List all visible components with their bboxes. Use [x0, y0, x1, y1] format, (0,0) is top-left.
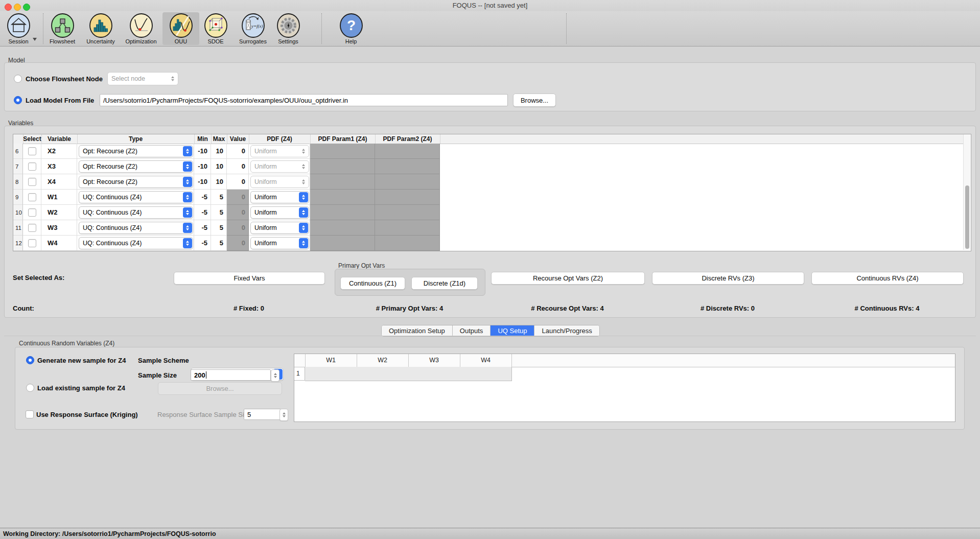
select-node-dropdown[interactable]: Select node — [107, 72, 178, 85]
chevron-up-down-icon — [168, 73, 177, 84]
table-vertical-scrollbar[interactable] — [963, 134, 970, 250]
tab-outputs[interactable]: Outputs — [453, 325, 491, 336]
surrogates-icon: y=f(x) — [241, 13, 265, 38]
type-dropdown[interactable]: Opt: Recourse (Z2) — [79, 145, 193, 157]
type-dropdown-value: UQ: Continuous (Z4) — [83, 224, 142, 231]
sample-cell-w1[interactable] — [305, 367, 357, 381]
toolbar-session-label: Session — [0, 38, 37, 44]
row-select-checkbox[interactable] — [28, 147, 36, 155]
row-select-checkbox[interactable] — [28, 162, 36, 171]
row-select-checkbox[interactable] — [28, 239, 36, 247]
rs-sample-size-input[interactable]: 5 — [244, 409, 285, 420]
z4-group-label: Continuous Random Variables (Z4) — [19, 340, 114, 347]
select-cell — [23, 205, 41, 220]
sample-header-w2: W2 — [357, 354, 409, 367]
min-cell[interactable]: -5 — [194, 205, 211, 220]
toolbar-ouu-label: OUU — [162, 38, 199, 44]
toolbar-session-button[interactable]: Session — [0, 12, 37, 45]
value-cell[interactable]: 0 — [227, 159, 249, 174]
row-select-checkbox[interactable] — [28, 208, 36, 217]
sample-cell-w2[interactable] — [357, 367, 409, 381]
chevron-up-down-icon — [183, 177, 192, 187]
discrete-z1d-button[interactable]: Discrete (Z1d) — [411, 277, 478, 290]
toolbar-ouu-button[interactable]: OUU — [162, 12, 199, 45]
min-cell[interactable]: -10 — [194, 144, 211, 159]
max-cell[interactable]: 5 — [211, 236, 227, 251]
header-type: Type — [77, 134, 195, 144]
choose-flowsheet-node-radio[interactable] — [14, 75, 22, 83]
continuous-z1-button[interactable]: Continuous (Z1) — [340, 277, 405, 290]
row-select-checkbox[interactable] — [28, 193, 36, 201]
pdf-dropdown-value: Uniform — [254, 240, 277, 247]
value-cell[interactable]: 0 — [227, 174, 249, 190]
value-cell[interactable]: 0 — [227, 144, 249, 159]
chevron-up-down-icon — [183, 146, 192, 156]
toolbar-separator — [566, 13, 567, 44]
pdf-cell: Uniform — [249, 144, 310, 159]
toolbar-optimization-button[interactable]: Optimization — [123, 12, 159, 45]
max-cell[interactable]: 10 — [211, 159, 227, 174]
model-browse-button[interactable]: Browse... — [513, 93, 556, 107]
continuous-rvs-z4-button[interactable]: Continuous RVs (Z4) — [811, 272, 964, 285]
type-dropdown[interactable]: Opt: Recourse (Z2) — [79, 176, 193, 188]
max-cell[interactable]: 10 — [211, 144, 227, 159]
max-cell[interactable]: 5 — [211, 220, 227, 236]
sample-row-number: 1 — [294, 367, 305, 381]
use-response-surface-checkbox[interactable] — [26, 410, 34, 418]
max-cell[interactable]: 10 — [211, 174, 227, 190]
toolbar-flowsheet-button[interactable]: Flowsheet — [44, 12, 81, 45]
z4-browse-button[interactable]: Browse... — [158, 382, 282, 395]
type-cell: Opt: Recourse (Z2) — [77, 159, 194, 174]
min-cell[interactable]: -5 — [194, 220, 211, 236]
pdf-dropdown[interactable]: Uniform — [250, 222, 309, 234]
pdf-param1-cell — [310, 205, 375, 220]
min-cell[interactable]: -10 — [194, 159, 211, 174]
pdf-dropdown[interactable]: Uniform — [250, 206, 309, 219]
row-select-checkbox[interactable] — [28, 224, 36, 232]
min-cell[interactable]: -5 — [194, 190, 211, 205]
recourse-opt-vars-z2-button[interactable]: Recourse Opt Vars (Z2) — [491, 272, 645, 285]
type-dropdown[interactable]: Opt: Recourse (Z2) — [79, 160, 193, 173]
toolbar-surrogates-button[interactable]: y=f(x) Surrogates — [235, 12, 271, 45]
sample-cell-w4[interactable] — [460, 367, 512, 381]
type-dropdown[interactable]: UQ: Continuous (Z4) — [79, 206, 193, 219]
type-dropdown[interactable]: UQ: Continuous (Z4) — [79, 222, 193, 234]
load-existing-sample-radio[interactable] — [26, 384, 34, 392]
table-row: 9 W1 UQ: Continuous (Z4) -5 5 0 Uniform — [13, 190, 963, 205]
pdf-param2-cell — [375, 220, 440, 236]
discrete-rvs-z3-button[interactable]: Discrete RVs (Z3) — [652, 272, 804, 285]
type-dropdown[interactable]: UQ: Continuous (Z4) — [79, 237, 193, 249]
toolbar-sdoe-button[interactable]: SDOE — [197, 12, 234, 45]
min-cell[interactable]: -5 — [194, 236, 211, 251]
min-cell[interactable]: -10 — [194, 174, 211, 190]
fixed-vars-button[interactable]: Fixed Vars — [174, 272, 325, 285]
max-cell[interactable]: 5 — [211, 205, 227, 220]
sample-cell-w3[interactable] — [408, 367, 460, 381]
tab-launch-progress[interactable]: Launch/Progress — [534, 325, 599, 336]
scrollbar-thumb[interactable] — [965, 185, 969, 249]
toolbar-settings-button[interactable]: Settings — [270, 12, 307, 45]
type-dropdown[interactable]: UQ: Continuous (Z4) — [79, 191, 193, 203]
tab-optimization-setup[interactable]: Optimization Setup — [382, 325, 453, 336]
pdf-dropdown[interactable]: Uniform — [250, 191, 309, 203]
toolbar-uncertainty-button[interactable]: Uncertainty — [82, 12, 119, 45]
generate-new-sample-radio[interactable] — [26, 356, 34, 364]
tab-uq-setup[interactable]: UQ Setup — [491, 325, 534, 336]
max-cell[interactable]: 5 — [211, 190, 227, 205]
sample-size-input[interactable]: 200 — [191, 369, 271, 381]
toolbar-help-button[interactable]: ? Help — [333, 12, 369, 45]
count-recourse-opt-vars: # Recourse Opt Vars: 4 — [491, 304, 644, 312]
toolbar-uncertainty-label: Uncertainty — [82, 38, 119, 44]
sample-header-w4: W4 — [460, 354, 512, 367]
sample-size-stepper[interactable] — [271, 369, 279, 382]
session-menu-caret-icon[interactable] — [33, 38, 37, 41]
load-model-from-file-radio[interactable] — [14, 96, 22, 104]
pdf-dropdown[interactable]: Uniform — [250, 237, 309, 249]
rs-sample-size-stepper[interactable] — [279, 409, 288, 421]
ouu-tab-bar: Optimization Setup Outputs UQ Setup Laun… — [381, 325, 600, 337]
pdf-param1-cell — [310, 144, 375, 159]
select-cell — [23, 159, 41, 174]
stepper-down-icon — [283, 415, 286, 417]
row-select-checkbox[interactable] — [28, 178, 36, 186]
model-file-path-input[interactable]: /Users/sotorrio1/PycharmProjects/FOQUS-s… — [100, 94, 508, 106]
